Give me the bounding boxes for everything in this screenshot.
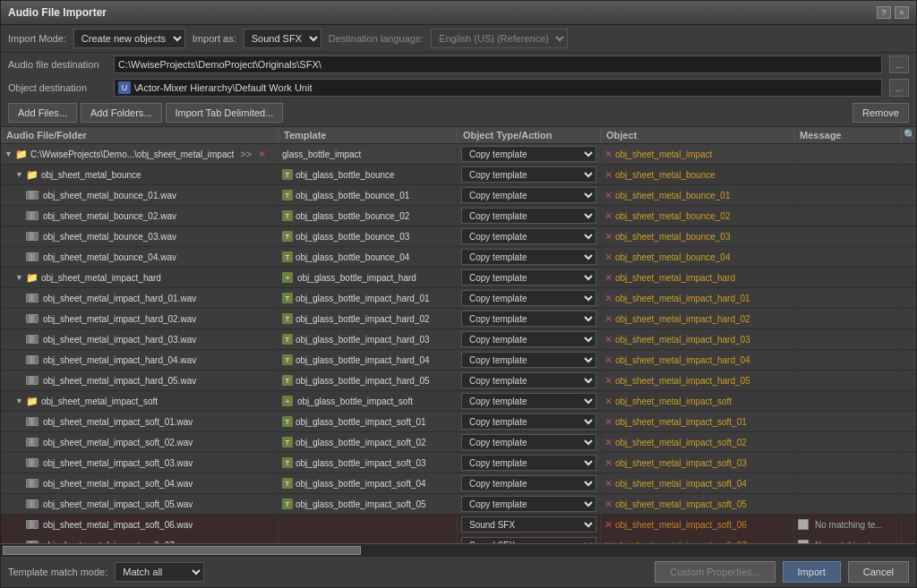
- table-row[interactable]: obj_sheet_metal_impact_hard_01.wav T obj…: [1, 288, 916, 309]
- template-name: obj_glass_bottle_impact_soft_02: [296, 438, 426, 447]
- table-row[interactable]: obj_sheet_metal_impact_soft_03.wav T obj…: [1, 453, 916, 473]
- scroll-cell: [902, 309, 916, 328]
- action-select[interactable]: Sound SFX: [461, 516, 596, 533]
- action-select[interactable]: Copy template: [461, 290, 596, 306]
- table-row[interactable]: obj_sheet_metal_impact_soft_05.wav T obj…: [1, 494, 916, 515]
- expand-icon[interactable]: ▼: [15, 396, 23, 405]
- obj-name: obj_sheet_metal_impact_hard_05: [615, 376, 750, 386]
- action-select[interactable]: Copy template: [461, 496, 596, 512]
- import-button[interactable]: Import: [783, 561, 841, 583]
- action-cell[interactable]: Copy template: [458, 453, 601, 473]
- template-cell: T obj_glass_bottle_impact_soft_05: [279, 494, 458, 514]
- template-match-select[interactable]: Match all: [115, 562, 204, 582]
- action-select[interactable]: Copy template: [461, 187, 596, 203]
- action-cell[interactable]: Sound SFX: [458, 535, 601, 543]
- action-select[interactable]: Copy template: [461, 475, 596, 491]
- table-row[interactable]: ▼ 📁 C:\WwiseProjects\Demo...\obj_sheet_m…: [1, 144, 916, 165]
- window-controls: ? ×: [877, 6, 909, 19]
- template-cell: T obj_glass_bottle_impact_soft_03: [279, 453, 458, 473]
- audio-icon: [26, 458, 39, 467]
- table-row[interactable]: obj_sheet_metal_bounce_03.wav T obj_glas…: [1, 226, 916, 247]
- action-cell[interactable]: Copy template: [458, 268, 601, 287]
- action-cell[interactable]: Copy template: [458, 391, 601, 411]
- action-select[interactable]: Copy template: [461, 228, 596, 244]
- action-select[interactable]: Sound SFX: [461, 537, 596, 543]
- table-row[interactable]: obj_sheet_metal_bounce_02.wav T obj_glas…: [1, 206, 916, 226]
- template-icon-small: T: [282, 437, 293, 447]
- obj-name: obj_sheet_metal_bounce_04: [615, 252, 730, 262]
- action-select[interactable]: Copy template: [461, 166, 596, 183]
- expand-icon[interactable]: ▼: [15, 170, 23, 179]
- custom-properties-button[interactable]: Custom Properties...: [655, 561, 775, 583]
- scrollbar-thumb[interactable]: [3, 546, 361, 555]
- action-cell[interactable]: Copy template: [458, 494, 601, 514]
- table-row[interactable]: obj_sheet_metal_impact_soft_06.wav Sound…: [1, 515, 916, 535]
- action-select[interactable]: Copy template: [461, 269, 596, 285]
- action-cell[interactable]: Copy template: [458, 247, 601, 267]
- import-tab-button[interactable]: Import Tab Delimited...: [166, 103, 284, 123]
- horizontal-scrollbar[interactable]: [1, 543, 916, 556]
- object-dest-browse-button[interactable]: ...: [889, 79, 909, 97]
- action-select[interactable]: Copy template: [461, 249, 596, 265]
- action-select[interactable]: Copy template: [461, 455, 596, 471]
- action-select[interactable]: Copy template: [461, 434, 596, 450]
- col-header-search[interactable]: 🔍: [902, 127, 916, 143]
- expand-icon[interactable]: ▼: [15, 273, 23, 282]
- scroll-cell: [902, 329, 916, 349]
- close-button[interactable]: ×: [895, 6, 909, 19]
- expand-icon[interactable]: ▼: [4, 149, 13, 158]
- action-cell[interactable]: Copy template: [458, 432, 601, 452]
- action-cell[interactable]: Sound SFX: [458, 515, 601, 534]
- action-select[interactable]: Copy template: [461, 413, 596, 430]
- action-cell[interactable]: Copy template: [458, 226, 601, 246]
- table-row[interactable]: ▼ 📁 obj_sheet_metal_impact_soft + obj_gl…: [1, 391, 916, 412]
- action-cell[interactable]: Copy template: [458, 473, 601, 493]
- table-row[interactable]: obj_sheet_metal_impact_hard_03.wav T obj…: [1, 329, 916, 350]
- action-cell[interactable]: Copy template: [458, 165, 601, 184]
- table-row[interactable]: obj_sheet_metal_impact_soft_01.wav T obj…: [1, 412, 916, 432]
- action-cell[interactable]: Copy template: [458, 288, 601, 308]
- obj-icon: ✕: [604, 272, 613, 284]
- add-folders-button[interactable]: Add Folders...: [81, 103, 161, 123]
- table-row[interactable]: obj_sheet_metal_impact_soft_04.wav T obj…: [1, 473, 916, 494]
- action-cell[interactable]: Copy template: [458, 185, 601, 205]
- action-select[interactable]: Copy template: [461, 372, 596, 388]
- action-cell[interactable]: Copy template: [458, 412, 601, 431]
- dest-lang-select[interactable]: English (US) (Reference): [431, 29, 568, 48]
- action-select[interactable]: Copy template: [461, 331, 596, 347]
- template-name: obj_glass_bottle_impact_hard_04: [296, 355, 430, 365]
- import-as-select[interactable]: Sound SFX: [244, 29, 321, 48]
- table-row[interactable]: obj_sheet_metal_impact_soft_02.wav T obj…: [1, 432, 916, 453]
- audio-dest-browse-button[interactable]: ...: [889, 55, 909, 73]
- action-select[interactable]: Copy template: [461, 311, 596, 327]
- table-row[interactable]: obj_sheet_metal_bounce_04.wav T obj_glas…: [1, 247, 916, 268]
- table-row[interactable]: ▼ 📁 obj_sheet_metal_bounce T obj_glass_b…: [1, 165, 916, 185]
- action-select[interactable]: Copy template: [461, 352, 596, 368]
- action-select[interactable]: Copy template: [461, 393, 596, 409]
- add-files-button[interactable]: Add Files...: [8, 103, 77, 123]
- table-row[interactable]: ▼ 📁 obj_sheet_metal_impact_hard + obj_gl…: [1, 268, 916, 288]
- table-row[interactable]: obj_sheet_metal_impact_soft_07.wav Sound…: [1, 535, 916, 543]
- remove-button[interactable]: Remove: [853, 103, 909, 123]
- template-icon-small: T: [282, 375, 293, 386]
- table-row[interactable]: obj_sheet_metal_impact_hard_04.wav T obj…: [1, 350, 916, 371]
- action-select[interactable]: Copy template: [461, 146, 596, 162]
- action-cell[interactable]: Copy template: [458, 206, 601, 226]
- table-row[interactable]: obj_sheet_metal_bounce_01.wav T obj_glas…: [1, 185, 916, 206]
- action-cell[interactable]: Copy template: [458, 350, 601, 370]
- message-cell: [794, 473, 902, 493]
- table-row[interactable]: obj_sheet_metal_impact_hard_02.wav T obj…: [1, 309, 916, 329]
- file-name: obj_sheet_metal_bounce_03.wav: [43, 232, 176, 242]
- action-cell[interactable]: Copy template: [458, 329, 601, 349]
- action-select[interactable]: Copy template: [461, 208, 596, 224]
- import-mode-select[interactable]: Create new objects: [73, 29, 185, 48]
- action-cell[interactable]: Copy template: [458, 309, 601, 328]
- cancel-button[interactable]: Cancel: [848, 561, 909, 583]
- audio-dest-input[interactable]: [114, 55, 882, 73]
- help-button[interactable]: ?: [877, 6, 891, 19]
- file-name: obj_sheet_metal_impact_soft_03.wav: [43, 458, 193, 468]
- action-cell[interactable]: Copy template: [458, 371, 601, 390]
- obj-name: obj_sheet_metal_impact_soft_02: [615, 438, 747, 447]
- table-row[interactable]: obj_sheet_metal_impact_hard_05.wav T obj…: [1, 371, 916, 391]
- action-cell[interactable]: Copy template: [458, 144, 601, 164]
